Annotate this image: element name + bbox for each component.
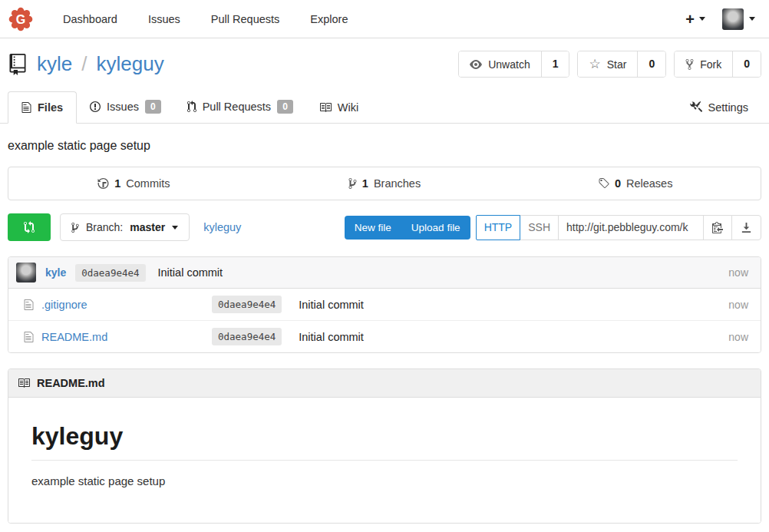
tab-pull-requests-label: Pull Requests: [203, 101, 271, 113]
commit-message[interactable]: Initial commit: [158, 266, 223, 279]
copy-url-button[interactable]: [703, 215, 732, 240]
tab-wiki-label: Wiki: [338, 101, 358, 114]
releases-count: 0: [615, 177, 621, 190]
book-icon: [319, 101, 332, 114]
star-label: Star: [607, 58, 627, 71]
user-menu[interactable]: [722, 8, 755, 30]
tools-icon: [690, 101, 702, 114]
tab-settings[interactable]: Settings: [677, 92, 761, 123]
repo-separator: /: [81, 52, 87, 76]
tab-settings-label: Settings: [708, 101, 748, 114]
readme-header: README.md: [8, 369, 761, 398]
commit-sha-badge[interactable]: 0daea9e4e4: [212, 296, 282, 313]
commits-count: 1: [114, 177, 120, 190]
top-navbar: G Dashboard Issues Pull Requests Explore…: [0, 0, 769, 38]
ssh-protocol-button[interactable]: SSH: [520, 215, 559, 240]
branch-selector[interactable]: Branch: master: [60, 213, 190, 241]
unwatch-button[interactable]: Unwatch: [459, 51, 540, 77]
readme-filename: README.md: [37, 377, 105, 389]
releases-label: Releases: [626, 177, 672, 190]
branches-stat[interactable]: 1 Branches: [259, 167, 510, 200]
fork-button[interactable]: Fork: [675, 51, 732, 77]
svg-text:G: G: [16, 12, 26, 25]
commit-author-link[interactable]: kyle: [45, 266, 66, 279]
http-protocol-button[interactable]: HTTP: [476, 215, 521, 240]
watch-count[interactable]: 1: [541, 51, 569, 77]
file-commit-message[interactable]: Initial commit: [299, 331, 364, 343]
file-link-gitignore[interactable]: .gitignore: [41, 299, 87, 311]
fork-label: Fork: [700, 58, 721, 71]
star-button[interactable]: ☆ Star: [578, 51, 637, 77]
table-row: README.md 0daea9e4e4 Initial commit now: [8, 320, 761, 352]
new-file-button[interactable]: New file: [345, 216, 401, 240]
fork-button-group: Fork 0: [674, 51, 761, 78]
readme-content: kyleguy example static page setup: [8, 398, 761, 523]
create-new-menu[interactable]: +: [685, 12, 705, 27]
history-icon: [97, 177, 109, 190]
commit-time: now: [728, 266, 753, 279]
latest-commit-row: kyle 0daea9e4e4 Initial commit now: [8, 257, 761, 289]
nav-right-controls: +: [685, 8, 761, 30]
repo-stats-bar: 1 Commits 1 Branches 0 Releases: [8, 167, 761, 200]
issues-count-badge: 0: [145, 100, 161, 114]
file-icon: [21, 101, 31, 114]
tab-files[interactable]: Files: [8, 91, 77, 124]
tab-files-label: Files: [38, 101, 63, 114]
plus-icon: +: [685, 12, 695, 27]
chevron-down-icon: [172, 226, 178, 230]
branches-label: Branches: [374, 177, 421, 190]
readme-heading: kyleguy: [31, 422, 738, 461]
file-link-readme[interactable]: README.md: [41, 331, 107, 343]
clone-url-input[interactable]: [558, 215, 704, 240]
download-icon: [741, 222, 752, 233]
gogs-logo-icon[interactable]: G: [8, 6, 34, 32]
download-archive-button[interactable]: [731, 215, 761, 240]
star-icon: ☆: [589, 58, 600, 71]
fork-count[interactable]: 0: [732, 51, 761, 77]
repo-description: example static page setup: [0, 124, 769, 157]
tab-pull-requests[interactable]: Pull Requests 0: [174, 91, 306, 123]
repo-owner-link[interactable]: kyle: [37, 52, 72, 76]
avatar: [722, 8, 744, 30]
readme-paragraph: example static page setup: [31, 474, 738, 487]
issue-icon: [90, 101, 101, 113]
tag-icon: [598, 177, 609, 190]
nav-issues[interactable]: Issues: [133, 0, 196, 38]
tab-wiki[interactable]: Wiki: [306, 92, 371, 123]
file-name-cell: .gitignore: [16, 299, 212, 311]
file-commit-message[interactable]: Initial commit: [299, 299, 364, 311]
commits-stat[interactable]: 1 Commits: [8, 167, 259, 200]
pull-requests-count-badge: 0: [277, 100, 293, 114]
repo-name-link[interactable]: kyleguy: [96, 52, 163, 76]
tab-issues[interactable]: Issues 0: [77, 91, 174, 123]
nav-explore[interactable]: Explore: [295, 0, 363, 38]
tab-issues-label: Issues: [107, 101, 139, 113]
commit-author-avatar[interactable]: [16, 263, 36, 283]
fork-icon: [685, 58, 694, 71]
upload-file-button[interactable]: Upload file: [401, 216, 470, 240]
releases-stat[interactable]: 0 Releases: [510, 167, 761, 200]
commits-label: Commits: [126, 177, 170, 190]
nav-dashboard[interactable]: Dashboard: [48, 0, 133, 38]
file-icon: [24, 331, 34, 343]
compare-button[interactable]: [8, 213, 51, 241]
commit-sha-badge[interactable]: 0daea9e4e4: [75, 264, 145, 282]
branch-icon: [71, 222, 79, 233]
table-row: .gitignore 0daea9e4e4 Initial commit now: [8, 289, 761, 320]
repo-root-link[interactable]: kyleguy: [203, 221, 241, 233]
file-icon: [24, 299, 34, 311]
repo-toolbar: Branch: master kyleguy New file Upload f…: [8, 213, 761, 241]
branches-count: 1: [362, 177, 368, 190]
clone-url-group: HTTP SSH: [477, 215, 761, 240]
book-icon: [18, 377, 30, 389]
repo-header: kyle / kyleguy Unwatch 1 ☆ Star 0: [0, 38, 769, 88]
branch-label: Branch:: [86, 221, 123, 233]
readme-panel: README.md kyleguy example static page se…: [8, 368, 761, 524]
pull-request-icon: [187, 101, 196, 113]
nav-pull-requests[interactable]: Pull Requests: [196, 0, 295, 38]
repo-tabbar: Files Issues 0 Pull Requests 0 Wiki Sett…: [0, 88, 769, 124]
star-count[interactable]: 0: [637, 51, 665, 77]
commit-sha-badge[interactable]: 0daea9e4e4: [212, 328, 282, 345]
branch-name: master: [130, 221, 165, 233]
unwatch-label: Unwatch: [488, 58, 530, 71]
